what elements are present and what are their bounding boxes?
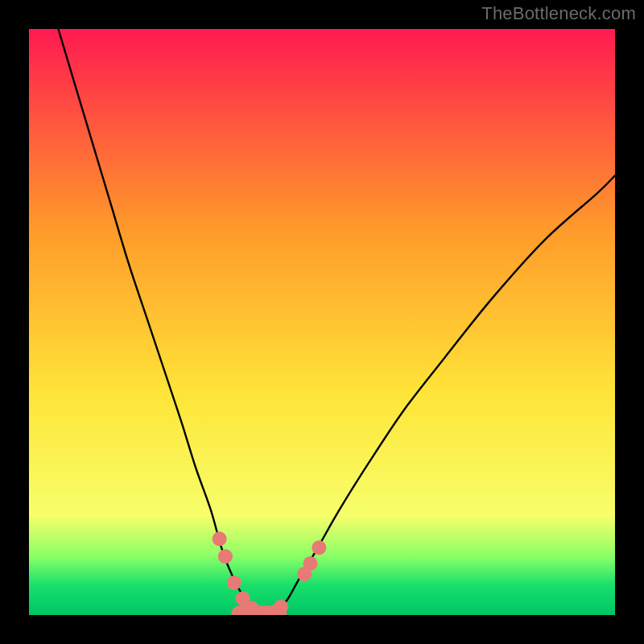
marker-dot <box>218 549 233 564</box>
gradient-background <box>29 29 615 615</box>
marker-dot <box>303 556 317 571</box>
marker-dot <box>213 531 227 546</box>
bottleneck-chart <box>29 29 615 615</box>
marker-dot <box>312 540 326 555</box>
marker-dot <box>274 600 288 614</box>
outer-frame: TheBottleneck.com <box>0 0 644 644</box>
marker-dot <box>227 576 242 590</box>
plot-area <box>29 29 615 615</box>
watermark-text: TheBottleneck.com <box>481 3 636 24</box>
